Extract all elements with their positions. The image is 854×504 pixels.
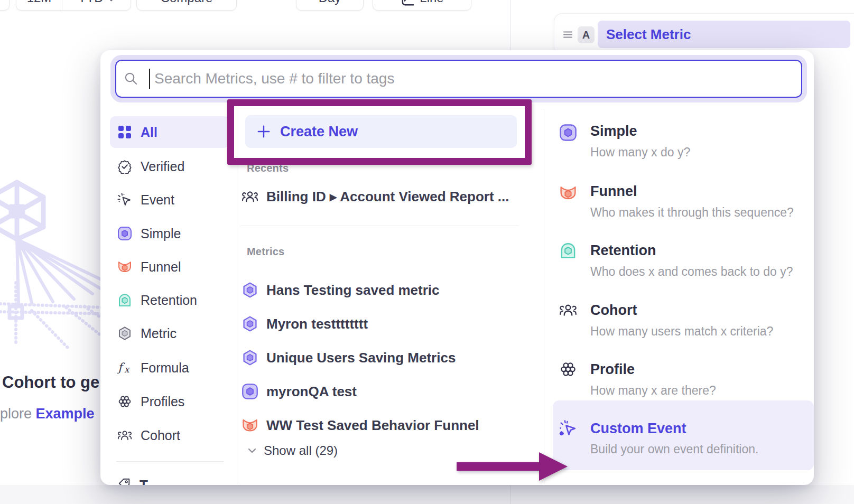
- type-profile[interactable]: Profile: [590, 361, 635, 378]
- retention-icon: [117, 293, 132, 307]
- sidebar-item-truncated[interactable]: T: [117, 477, 148, 485]
- sidebar-item-metric[interactable]: Metric: [110, 318, 230, 349]
- funnel-icon: [117, 259, 132, 274]
- profiles-icon: [117, 394, 132, 409]
- sidebar-item-label: Profiles: [141, 394, 184, 409]
- annotation-arrow-shaft: [457, 462, 540, 471]
- drag-handle-icon[interactable]: [563, 30, 573, 40]
- range-12m-button[interactable]: 12M: [16, 0, 62, 10]
- sidebar-item-retention[interactable]: Retention: [110, 284, 230, 316]
- saved-metric-icon: [242, 282, 258, 298]
- sidebar-item-profiles[interactable]: Profiles: [110, 386, 230, 417]
- type-profile-description: How many x are there?: [590, 383, 716, 398]
- verified-badge-icon: [117, 159, 132, 174]
- sidebar-item-formula[interactable]: Formula: [110, 352, 230, 384]
- search-icon: [124, 71, 138, 86]
- cohort-icon: [117, 428, 132, 443]
- sidebar-item-label: All: [141, 125, 157, 140]
- metric-item-label: Hans Testing saved metric: [266, 282, 440, 298]
- metric-list-item[interactable]: Hans Testing saved metric: [242, 277, 527, 303]
- type-retention-description: Who does x and comes back to do y?: [590, 264, 793, 279]
- compare-label: Compare: [161, 0, 213, 5]
- recent-item-label: Billing ID ▸ Account Viewed Report ...: [266, 189, 509, 205]
- type-funnel-description: Who makes it through this sequence?: [590, 205, 794, 220]
- chart-type-label: Line: [420, 0, 443, 5]
- select-metric-button[interactable]: Select Metric: [598, 21, 850, 48]
- chart-type-line-button[interactable]: Line: [373, 0, 471, 11]
- chevron-down-icon: [248, 447, 256, 454]
- sidebar-item-label: Formula: [141, 360, 189, 376]
- simple-metric-icon: [559, 124, 577, 142]
- simple-metric-icon: [117, 226, 132, 241]
- funnel-icon: [559, 184, 577, 202]
- columns-divider: [544, 109, 544, 485]
- range-ytd-label: YTD: [78, 0, 104, 5]
- cohort-icon: [242, 188, 258, 205]
- search-input[interactable]: [115, 60, 802, 98]
- date-range-segmented-control: 12M YTD: [16, 0, 131, 11]
- type-cohort[interactable]: Cohort: [590, 302, 637, 319]
- sidebar-item-verified[interactable]: Verified: [110, 151, 230, 182]
- sidebar-item-all[interactable]: All: [110, 116, 230, 148]
- type-retention[interactable]: Retention: [590, 242, 656, 259]
- range-12m-label: 12M: [27, 0, 52, 5]
- interval-day-button[interactable]: Day: [296, 0, 364, 11]
- empty-state-wireframe-illustration: [0, 174, 106, 349]
- show-all-button[interactable]: Show all (29): [248, 441, 459, 460]
- sidebar-item-label: Simple: [141, 226, 181, 241]
- formula-icon: [117, 360, 132, 375]
- interval-label: Day: [319, 0, 341, 5]
- funnel-icon: [242, 417, 258, 434]
- background-explore-text: plore Example: [0, 406, 95, 422]
- annotation-arrow-head: [539, 452, 568, 481]
- sidebar-item-label: Event: [141, 192, 174, 208]
- type-simple[interactable]: Simple: [590, 123, 637, 139]
- grid-icon: [117, 125, 132, 139]
- type-cohort-description: How many users match x criteria?: [590, 324, 773, 339]
- type-custom-event-description: Build your own event definition.: [590, 442, 758, 456]
- custom-event-icon: [559, 419, 577, 437]
- metric-list-item[interactable]: Myron testttttttt: [242, 311, 527, 337]
- line-chart-icon: [400, 0, 414, 7]
- annotation-highlight-box: [227, 99, 532, 165]
- sidebar-item-simple[interactable]: Simple: [110, 218, 230, 249]
- toolbar-button-fragment[interactable]: [0, 0, 10, 11]
- metric-item-label: Unique Users Saving Metrics: [266, 350, 456, 366]
- profiles-icon: [559, 360, 577, 378]
- retention-icon: [559, 241, 577, 259]
- metric-list-item[interactable]: WW Test Saved Behavior Funnel: [242, 413, 527, 438]
- sidebar-item-label: Cohort: [141, 428, 180, 443]
- page-bottom-strip: [0, 485, 854, 504]
- metric-list-item[interactable]: Unique Users Saving Metrics: [242, 345, 527, 370]
- show-all-label: Show all (29): [264, 443, 338, 458]
- sidebar-item-label: Verified: [141, 159, 184, 174]
- sidebar-section-divider: [116, 461, 224, 462]
- metric-hexagon-icon: [117, 326, 132, 341]
- type-custom-event[interactable]: Custom Event: [590, 420, 686, 437]
- sidebar-item-label: Funnel: [141, 259, 181, 275]
- explore-prefix-fragment: plore: [0, 406, 36, 422]
- sidebar-item-funnel[interactable]: Funnel: [110, 251, 230, 283]
- metric-item-label: WW Test Saved Behavior Funnel: [266, 417, 479, 434]
- saved-metric-icon: [242, 315, 258, 332]
- sidebar-item-label: Metric: [141, 326, 177, 341]
- metrics-heading: Metrics: [247, 246, 284, 258]
- sidebar-item-cohort[interactable]: Cohort: [110, 419, 230, 451]
- cohort-icon: [559, 301, 577, 319]
- metric-item-label: Myron testttttttt: [266, 316, 368, 332]
- metric-list-item[interactable]: myronQA test: [242, 379, 527, 404]
- event-cursor-icon: [117, 192, 132, 207]
- sidebar-item-label: T: [140, 477, 148, 485]
- range-ytd-button[interactable]: YTD: [62, 0, 131, 10]
- metric-item-label: myronQA test: [266, 384, 357, 400]
- recents-divider: [240, 226, 519, 226]
- annotation-arrow: [457, 452, 568, 481]
- type-funnel[interactable]: Funnel: [590, 183, 637, 200]
- app-screen: Cohort to ge plore Example 12M YTD Compa…: [0, 0, 854, 504]
- sidebar-item-event[interactable]: Event: [110, 184, 230, 216]
- recent-item[interactable]: Billing ID ▸ Account Viewed Report ...: [242, 184, 527, 209]
- compare-button[interactable]: Compare: [136, 0, 237, 11]
- saved-metric-icon: [242, 349, 258, 366]
- type-simple-description: How many x do y?: [590, 145, 690, 160]
- example-link[interactable]: Example: [36, 406, 95, 422]
